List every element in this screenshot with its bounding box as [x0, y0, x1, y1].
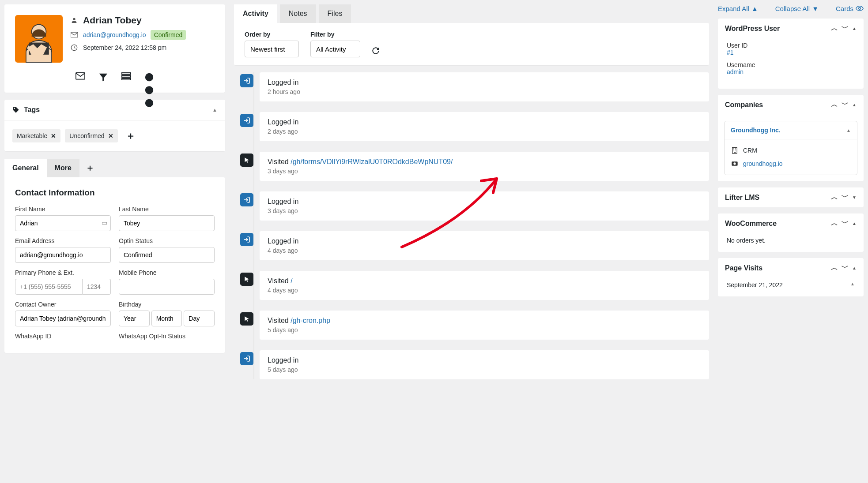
add-tag-button[interactable]: ＋ [126, 129, 136, 142]
chevron-up-icon[interactable]: ︿ [831, 263, 838, 273]
filter-by-label: Filter by [310, 31, 360, 38]
lifter-header[interactable]: Lifter LMS ︿﹀▼ [718, 187, 864, 207]
day-select[interactable]: Day [184, 311, 215, 326]
caret-up-icon[interactable]: ▲ [852, 266, 857, 270]
timeline-title: Logged in [268, 118, 701, 126]
visited-path-link[interactable]: /gh-cron.php [291, 317, 330, 324]
phone-input[interactable] [15, 279, 83, 295]
whatsapp-id-label: WhatsApp ID [15, 333, 111, 340]
tab-notes[interactable]: Notes [280, 4, 316, 23]
collapse-icon[interactable]: ▲ [212, 107, 217, 112]
caret-down-icon: ▼ [812, 5, 819, 12]
phone-label: Primary Phone & Ext. [15, 269, 111, 276]
chevron-up-icon[interactable]: ︿ [831, 24, 838, 33]
ext-input[interactable] [83, 279, 111, 295]
visited-path-link[interactable]: /gh/forms/VDlIYi9rRWlzalU0T0ROdkdBeWpNUT… [291, 158, 453, 165]
contact-email[interactable]: adrian@groundhogg.io [83, 31, 146, 38]
company-url[interactable]: groundhogg.io [743, 160, 783, 167]
timeline-card[interactable]: Visited /gh/forms/VDlIYi9rRWlzalU0T0ROdk… [260, 152, 709, 181]
svg-rect-7 [122, 79, 131, 80]
tab-more[interactable]: More [47, 159, 79, 177]
lifter-panel: Lifter LMS ︿﹀▼ [718, 187, 864, 207]
globe-icon [731, 160, 739, 168]
company-card-header[interactable]: Groundhogg Inc. ▲ [725, 121, 857, 139]
add-tab-button[interactable]: ＋ [79, 158, 101, 177]
timeline-card[interactable]: Visited /4 days ago [260, 271, 709, 300]
chevron-down-icon[interactable]: ﹀ [842, 193, 849, 202]
email-icon [71, 32, 79, 37]
avatar[interactable] [15, 15, 63, 63]
mobile-input[interactable] [119, 279, 215, 295]
profile-card: Adrian Tobey adrian@groundhogg.io Confir… [4, 4, 225, 93]
year-select[interactable]: Year [119, 311, 150, 326]
wp-user-header[interactable]: WordPress User ︿﹀▲ [718, 19, 864, 38]
optin-select[interactable]: Confirmed [119, 247, 215, 263]
user-id-link[interactable]: #1 [727, 49, 734, 56]
owner-select[interactable]: Adrian Tobey (adrian@groundhogg.io) [15, 311, 111, 326]
timeline-card[interactable]: Logged in3 days ago [260, 191, 709, 221]
chevron-down-icon[interactable]: ﹀ [842, 24, 849, 33]
timeline-time: 2 hours ago [268, 88, 701, 95]
visited-path-link[interactable]: / [291, 277, 292, 285]
owner-label: Contact Owner [15, 301, 111, 308]
list-icon[interactable] [121, 72, 131, 82]
refresh-button[interactable] [372, 47, 380, 55]
chevron-down-icon[interactable]: ﹀ [842, 100, 849, 109]
eye-icon [856, 4, 864, 12]
company-name: Groundhogg Inc. [731, 127, 781, 134]
timeline-card[interactable]: Logged in2 days ago [260, 112, 709, 141]
remove-tag-icon[interactable]: ✕ [51, 132, 56, 139]
email-input[interactable] [15, 247, 111, 263]
timeline-title: Visited /gh-cron.php [268, 317, 701, 325]
tab-files[interactable]: Files [319, 4, 351, 23]
order-by-select[interactable]: Newest first [245, 41, 299, 57]
tag-chip[interactable]: Marketable✕ [12, 129, 60, 142]
companies-header[interactable]: Companies ︿﹀▲ [718, 95, 864, 115]
caret-up-icon[interactable]: ▲ [852, 26, 857, 31]
tags-panel-header[interactable]: Tags ▲ [4, 100, 225, 120]
email-action-icon[interactable] [75, 72, 85, 82]
contact-details-card: General More ＋ Contact Information First… [4, 158, 225, 353]
caret-up-icon[interactable]: ▲ [852, 102, 857, 107]
caret-down-icon[interactable]: ▼ [852, 195, 857, 200]
user-id-label: User ID [727, 42, 855, 49]
tab-general[interactable]: General [4, 159, 47, 177]
person-icon [71, 17, 79, 24]
caret-up-icon[interactable]: ▲ [850, 281, 855, 288]
building-icon [731, 146, 739, 154]
tag-chip[interactable]: Unconfirmed✕ [65, 129, 117, 142]
first-name-input[interactable] [15, 215, 111, 231]
timeline-item: Visited /gh-cron.php5 days ago [247, 311, 709, 340]
contact-card-icon: ▭ [102, 219, 107, 226]
chevron-up-icon[interactable]: ︿ [831, 193, 838, 202]
remove-tag-icon[interactable]: ✕ [108, 132, 113, 139]
caret-up-icon[interactable]: ▲ [852, 221, 857, 226]
login-icon [240, 114, 253, 127]
month-select[interactable]: Month [151, 311, 182, 326]
companies-panel: Companies ︿﹀▲ Groundhogg Inc. ▲ CRM grou… [718, 95, 864, 181]
contact-name: Adrian Tobey [83, 15, 142, 26]
collapse-all-button[interactable]: Collapse All ▼ [775, 5, 819, 12]
expand-all-button[interactable]: Expand All ▲ [718, 5, 758, 12]
chevron-down-icon[interactable]: ﹀ [842, 263, 849, 273]
filter-by-select[interactable]: All Activity [310, 41, 360, 57]
page-visits-header[interactable]: Page Visits ︿﹀▲ [718, 258, 864, 278]
woo-header[interactable]: WooCommerce ︿﹀▲ [718, 213, 864, 233]
timeline-card[interactable]: Logged in4 days ago [260, 231, 709, 260]
more-icon[interactable] [144, 72, 154, 82]
timeline-title: Visited / [268, 277, 701, 285]
status-badge: Confirmed [151, 30, 186, 40]
funnel-icon[interactable] [98, 72, 108, 82]
timeline-card[interactable]: Logged in2 hours ago [260, 72, 709, 101]
chevron-down-icon[interactable]: ﹀ [842, 219, 849, 228]
login-icon [240, 352, 253, 365]
tab-activity[interactable]: Activity [234, 4, 277, 23]
last-name-input[interactable] [119, 215, 215, 231]
timeline-card[interactable]: Visited /gh-cron.php5 days ago [260, 311, 709, 340]
chevron-up-icon[interactable]: ︿ [831, 100, 838, 109]
timeline-card[interactable]: Logged in5 days ago [260, 350, 709, 379]
cards-toggle-button[interactable]: Cards [836, 4, 864, 12]
username-link[interactable]: admin [727, 68, 743, 75]
chevron-up-icon[interactable]: ︿ [831, 219, 838, 228]
timeline-time: 2 days ago [268, 128, 701, 135]
